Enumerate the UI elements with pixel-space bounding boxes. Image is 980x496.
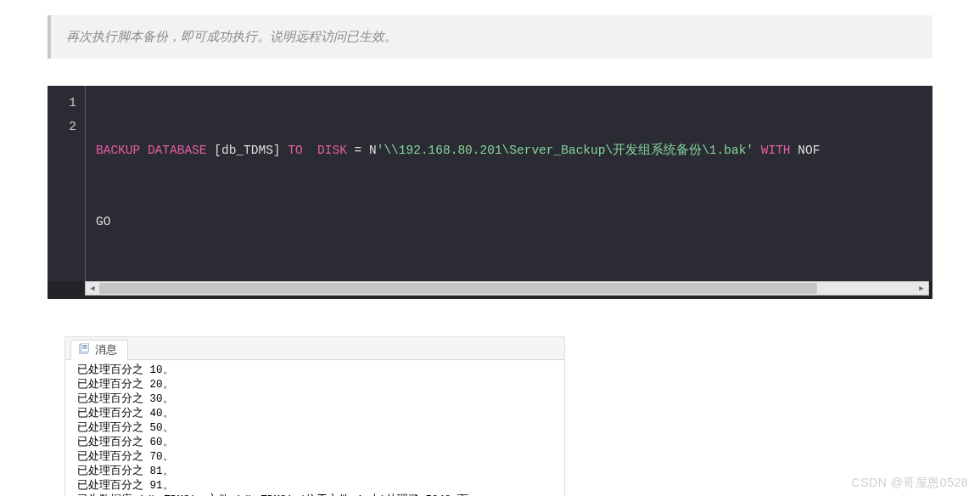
quote-block: 再次执行脚本备份，即可成功执行。说明远程访问已生效。	[48, 15, 932, 59]
code-gutter: 1 2	[48, 86, 85, 281]
code-token: DISK	[317, 144, 347, 157]
code-token	[753, 144, 761, 157]
code-token: GO	[96, 215, 110, 228]
code-token: WITH	[761, 144, 791, 157]
messages-body[interactable]: 已处理百分之 10。 已处理百分之 20。 已处理百分之 30。 已处理百分之 …	[65, 360, 564, 496]
code-token: TO	[288, 144, 302, 157]
scrollbar-thumb[interactable]	[99, 283, 817, 294]
gutter-line: 2	[48, 115, 76, 138]
code-token: NOF	[791, 144, 820, 157]
code-line: GO	[96, 210, 932, 234]
code-token: '\\192.168.80.201\Server_Backup\开发组系统备份\…	[377, 144, 753, 157]
code-token: [db_TDMS]	[207, 144, 288, 157]
scrollbar-left-arrow[interactable]: ◀	[86, 282, 99, 295]
quote-text: 再次执行脚本备份，即可成功执行。说明远程访问已生效。	[66, 29, 397, 43]
messages-panel: 消息 已处理百分之 10。 已处理百分之 20。 已处理百分之 30。 已处理百…	[64, 336, 565, 496]
scrollbar-track[interactable]	[99, 282, 915, 295]
code-scrollbar-wrap: ◀ ▶	[48, 281, 932, 299]
messages-tab-row: 消息	[65, 337, 564, 360]
messages-icon	[78, 343, 90, 358]
horizontal-scrollbar[interactable]: ◀ ▶	[85, 281, 929, 296]
code-line: BACKUP DATABASE [db_TDMS] TO DISK = N'\\…	[96, 138, 932, 162]
code-area[interactable]: BACKUP DATABASE [db_TDMS] TO DISK = N'\\…	[85, 86, 932, 281]
code-token: BACKUP DATABASE	[96, 144, 207, 157]
code-token: = N	[347, 144, 377, 157]
scrollbar-right-arrow[interactable]: ▶	[915, 282, 928, 295]
messages-tab-label: 消息	[95, 342, 117, 358]
code-block: 1 2 BACKUP DATABASE [db_TDMS] TO DISK = …	[48, 86, 932, 299]
gutter-line: 1	[48, 91, 76, 115]
messages-tab[interactable]: 消息	[70, 340, 128, 360]
svg-rect-1	[81, 343, 89, 352]
code-token	[303, 144, 317, 157]
